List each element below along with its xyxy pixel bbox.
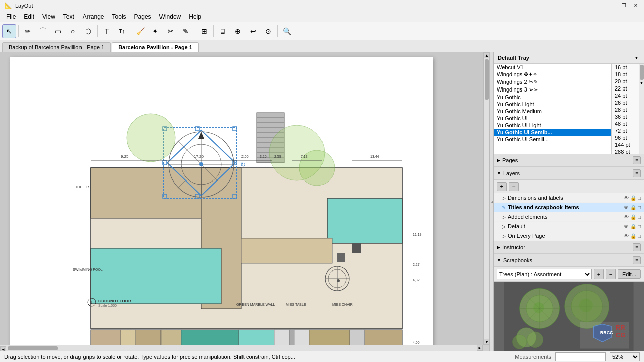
page-prev[interactable]: ⊕ [231, 24, 245, 38]
scrapbook-dropdown[interactable]: Trees (Plan) : Assortment Trees (Elevati… [497, 269, 592, 279]
scissors-tool[interactable]: ✂ [164, 24, 178, 38]
scrapbook-add-button[interactable]: + [594, 269, 604, 279]
scrapbooks-action-btn[interactable]: ≡ [633, 256, 641, 264]
font-item-yugothicuisemib[interactable]: Yu Gothic UI Semib... [494, 129, 611, 136]
fontsize-28[interactable]: 28 pt [612, 106, 639, 113]
font-list-scrollbar[interactable]: ▼ [639, 64, 644, 154]
layer-row-everypage[interactable]: ▷ On Every Page 👁 🔒 □ [494, 231, 644, 241]
grid-tool[interactable]: ⊞ [197, 24, 211, 38]
layer-lock-titles[interactable]: 🔒 [630, 205, 636, 210]
fontsize-16[interactable]: 16 pt [612, 64, 639, 71]
canvas-area[interactable]: ↻ 9,25 17,20 2,56 3,26 [0, 52, 489, 351]
scroll-down-arrow[interactable]: ▼ [484, 339, 489, 345]
menu-edit[interactable]: Edit [20, 12, 38, 21]
fontsize-22[interactable]: 22 pt [612, 85, 639, 92]
fontsize-24[interactable]: 24 pt [612, 92, 639, 99]
scaled-drawing-tool[interactable]: T↑ [115, 24, 129, 38]
layer-row-added[interactable]: ▷ Added elements 👁 🔒 □ [494, 212, 644, 222]
layer-lock-added[interactable]: 🔒 [630, 214, 636, 220]
page-edit[interactable]: ⊙ [261, 24, 275, 38]
fontsize-96[interactable]: 96 pt [612, 134, 639, 141]
font-item-wingdings3[interactable]: Wingdings 3 ➢➣ [494, 86, 611, 94]
menu-pages[interactable]: Pages [130, 12, 155, 21]
remove-layer-button[interactable]: − [509, 182, 519, 191]
font-item-wingdings[interactable]: Wingdings ✤✦✧ [494, 71, 611, 78]
layer-lock-default[interactable]: 🔒 [630, 224, 636, 229]
zoom-tool[interactable]: 🔍 [280, 24, 294, 38]
minimize-button[interactable]: — [608, 2, 616, 10]
scrapbooks-section-header[interactable]: ▼ Scrapbooks ≡ [494, 254, 644, 267]
font-item-wingdings2[interactable]: Wingdings 2 ✂✎ [494, 78, 611, 86]
arc-tool[interactable]: ⌒ [36, 24, 50, 38]
insert-tool[interactable]: 🖥 [216, 24, 230, 38]
font-sizes-list[interactable]: 16 pt 18 pt 20 pt 22 pt 24 pt 26 pt 28 p… [611, 64, 639, 154]
tab-barcelona[interactable]: Barcelona Pavillion - Page 1 [112, 42, 199, 52]
fontsize-26[interactable]: 26 pt [612, 99, 639, 106]
layer-color-dimensions[interactable]: □ [638, 195, 641, 201]
layer-color-titles[interactable]: □ [638, 205, 641, 210]
panel-collapse-bar[interactable]: ◂ [489, 52, 493, 351]
scroll-thumb-v[interactable] [485, 59, 489, 100]
font-scrollbar-thumb[interactable] [640, 65, 644, 80]
layer-color-default[interactable]: □ [638, 224, 641, 229]
instructor-section-header[interactable]: ▶ Instructor ≡ [494, 241, 644, 254]
font-item-yugothicuilight[interactable]: Yu Gothic UI Light [494, 122, 611, 129]
layer-color-added[interactable]: □ [638, 214, 641, 220]
scroll-right-arrow[interactable]: ► [477, 345, 483, 351]
layer-row-titles[interactable]: ✎ Titles and scrapbook items 👁 🔒 □ [494, 203, 644, 212]
rectangle-tool[interactable]: ▭ [51, 24, 65, 38]
font-item-yugothic[interactable]: Yu Gothic [494, 94, 611, 101]
add-layer-button[interactable]: + [497, 182, 507, 191]
scrapbook-edit-button[interactable]: Edit... [618, 269, 641, 279]
font-item-yugothicmedium[interactable]: Yu Gothic Medium [494, 108, 611, 115]
pages-section-header[interactable]: ▶ Pages ≡ [494, 154, 644, 167]
layers-action-btn[interactable]: ≡ [633, 169, 641, 177]
zoom-select[interactable]: 52% 25% 50% 75% 100% 150% 200% [610, 352, 640, 361]
scroll-left-arrow[interactable]: ◄ [0, 346, 6, 351]
pencil-tool[interactable]: ✎ [179, 24, 193, 38]
layer-visibility-everypage[interactable]: 👁 [624, 233, 629, 239]
font-item-yugothiclight[interactable]: Yu Gothic Light [494, 101, 611, 108]
layer-row-dimensions[interactable]: ▷ Dimensions and labels 👁 🔒 □ [494, 193, 644, 203]
scrapbook-remove-button[interactable]: − [606, 269, 616, 279]
menu-view[interactable]: View [38, 12, 59, 21]
fontsize-18[interactable]: 18 pt [612, 71, 639, 78]
menu-window[interactable]: Window [155, 12, 185, 21]
font-item-webcut[interactable]: Webcut V1 [494, 64, 611, 71]
tab-backup[interactable]: Backup of Barcelona Pavillion - Page 1 [2, 42, 111, 52]
menu-text[interactable]: Text [59, 12, 78, 21]
menu-help[interactable]: Help [185, 12, 205, 21]
layer-lock-dimensions[interactable]: 🔒 [630, 195, 636, 201]
fontsize-36[interactable]: 36 pt [612, 113, 639, 120]
close-button[interactable]: ✕ [632, 2, 640, 10]
layer-visibility-dimensions[interactable]: 👁 [624, 195, 629, 201]
polygon-tool[interactable]: ⬡ [81, 24, 95, 38]
scroll-up-arrow[interactable]: ▲ [484, 52, 489, 58]
measurements-input[interactable] [555, 352, 606, 361]
style-tool[interactable]: ✦ [148, 24, 163, 38]
layer-visibility-default[interactable]: 👁 [624, 224, 629, 229]
layer-row-default[interactable]: ▷ Default 👁 🔒 □ [494, 222, 644, 231]
fontsize-72[interactable]: 72 pt [612, 127, 639, 134]
eraser-tool[interactable]: 🧹 [133, 24, 147, 38]
page-next[interactable]: ↩ [246, 24, 260, 38]
menu-tools[interactable]: Tools [108, 12, 130, 21]
select-tool[interactable]: ↖ [2, 24, 16, 38]
layers-section-header[interactable]: ▼ Layers ≡ [494, 167, 644, 180]
fontsize-288[interactable]: 288 pt [612, 148, 639, 154]
text-tool[interactable]: T [100, 24, 114, 38]
font-item-yugothicuisemil[interactable]: Yu Gothic UI Semili... [494, 136, 611, 143]
scroll-thumb-h[interactable] [8, 346, 58, 350]
fontsize-20[interactable]: 20 pt [612, 78, 639, 85]
circle-tool[interactable]: ○ [66, 24, 80, 38]
menu-arrange[interactable]: Arrange [78, 12, 108, 21]
fontsize-48[interactable]: 48 pt [612, 120, 639, 127]
fontsize-144[interactable]: 144 pt [612, 141, 639, 148]
horizontal-scrollbar[interactable]: ◄ ► [0, 345, 483, 351]
instructor-action-btn[interactable]: ≡ [633, 243, 641, 251]
menu-file[interactable]: File [2, 12, 20, 21]
font-item-yugothicui[interactable]: Yu Gothic UI [494, 115, 611, 122]
panel-collapse-button[interactable]: ▾ [633, 54, 640, 61]
layer-color-everypage[interactable]: □ [638, 233, 641, 239]
pages-action-btn[interactable]: ≡ [633, 156, 641, 164]
